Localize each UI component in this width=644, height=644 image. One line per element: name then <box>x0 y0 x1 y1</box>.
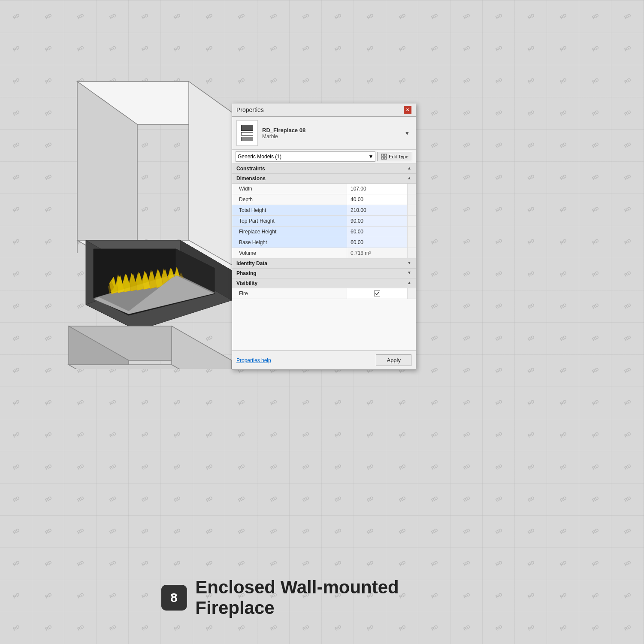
watermark-cell: RD <box>444 380 488 424</box>
watermark-cell: RD <box>348 26 392 70</box>
watermark-cell: RD <box>509 412 553 456</box>
watermark-cell: RD <box>605 477 644 520</box>
watermark-cell: RD <box>123 477 166 520</box>
component-name: RD_Fireplace 08 <box>262 127 399 133</box>
watermark-cell: RD <box>477 155 520 199</box>
svg-marker-28 <box>172 326 232 369</box>
selector-dropdown[interactable]: Generic Models (1) ▼ <box>236 151 375 162</box>
prop-value-fireplace-height[interactable]: 60.00 <box>347 227 407 237</box>
watermark-cell: RD <box>58 477 102 520</box>
watermark-cell: RD <box>123 605 166 644</box>
watermark-cell: RD <box>573 251 617 295</box>
prop-lock-fire <box>407 288 416 299</box>
prop-value-fire[interactable] <box>347 288 407 299</box>
watermark-cell: RD <box>58 541 102 585</box>
panel-title-bar: Properties × <box>232 103 416 117</box>
edit-type-button[interactable]: Edit Type <box>377 152 412 161</box>
prop-value-depth[interactable]: 40.00 <box>347 194 407 205</box>
watermark-cell: RD <box>412 509 456 553</box>
watermark-cell: RD <box>284 0 327 38</box>
close-button[interactable]: × <box>404 106 411 114</box>
property-row-volume: Volume 0.718 m³ <box>232 248 416 259</box>
section-label-identity-data: Identity Data <box>236 260 267 266</box>
properties-help-link[interactable]: Properties help <box>236 357 271 363</box>
watermark-cell: RD <box>477 573 520 617</box>
watermark-cell: RD <box>541 509 585 553</box>
watermark-cell: RD <box>26 380 70 424</box>
watermark-cell: RD <box>444 251 488 295</box>
watermark-cell: RD <box>0 573 38 617</box>
watermark-cell: RD <box>380 26 424 70</box>
prop-value-total-height[interactable]: 210.00 <box>347 205 407 215</box>
watermark-cell: RD <box>573 155 617 199</box>
prop-value-top-part-height[interactable]: 90.00 <box>347 216 407 226</box>
watermark-cell: RD <box>26 541 70 585</box>
watermark-cell: RD <box>444 509 488 553</box>
watermark-cell: RD <box>605 91 644 134</box>
label-text: Enclosed Wall-mounted Fireplace <box>195 577 483 618</box>
watermark-cell: RD <box>91 412 134 456</box>
property-row-fireplace-height: Fireplace Height 60.00 <box>232 227 416 237</box>
watermark-cell: RD <box>91 477 134 520</box>
watermark-cell: RD <box>412 316 456 360</box>
watermark-cell: RD <box>573 348 617 392</box>
watermark-cell: RD <box>251 380 295 424</box>
watermark-cell: RD <box>0 348 38 392</box>
watermark-cell: RD <box>573 26 617 70</box>
section-header-phasing[interactable]: Phasing ▼ <box>232 269 416 278</box>
watermark-cell: RD <box>219 0 263 38</box>
section-collapse-phasing: ▼ <box>407 270 411 275</box>
watermark-cell: RD <box>316 58 360 102</box>
watermark-cell: RD <box>155 380 199 424</box>
prop-lock-base-height <box>407 237 416 248</box>
watermark-cell: RD <box>0 316 38 360</box>
selector-value: Generic Models (1) <box>238 154 281 160</box>
watermark-cell: RD <box>348 509 392 553</box>
watermark-cell: RD <box>251 412 295 456</box>
edit-type-icon <box>381 154 387 160</box>
component-dropdown-arrow[interactable]: ▼ <box>403 130 411 136</box>
watermark-cell: RD <box>477 123 520 166</box>
prop-value-base-height[interactable]: 60.00 <box>347 237 407 248</box>
panel-bottom: Properties help Apply <box>232 351 416 369</box>
watermark-cell: RD <box>412 444 456 488</box>
watermark-cell: RD <box>605 219 644 263</box>
watermark-cell: RD <box>444 0 488 38</box>
section-header-constraints[interactable]: Constraints ▲ <box>232 164 416 174</box>
watermark-cell: RD <box>444 26 488 70</box>
watermark-cell: RD <box>123 573 166 617</box>
watermark-cell: RD <box>412 155 456 199</box>
watermark-cell: RD <box>541 284 585 327</box>
watermark-cell: RD <box>477 348 520 392</box>
watermark-cell: RD <box>541 348 585 392</box>
section-header-dimensions[interactable]: Dimensions ▲ <box>232 174 416 184</box>
watermark-cell: RD <box>573 444 617 488</box>
prop-value-width[interactable]: 107.00 <box>347 184 407 194</box>
section-header-identity-data[interactable]: Identity Data ▼ <box>232 259 416 269</box>
comp-icon-top <box>241 125 253 131</box>
watermark-cell: RD <box>412 284 456 327</box>
section-header-visibility[interactable]: Visibility ▲ <box>232 278 416 288</box>
watermark-cell: RD <box>284 412 327 456</box>
prop-label-volume: Volume <box>232 248 347 258</box>
watermark-cell: RD <box>380 444 424 488</box>
watermark-cell: RD <box>412 26 456 70</box>
watermark-cell: RD <box>0 284 38 327</box>
watermark-cell: RD <box>541 187 585 231</box>
watermark-cell: RD <box>573 58 617 102</box>
watermark-cell: RD <box>477 444 520 488</box>
watermark-cell: RD <box>605 155 644 199</box>
comp-icon-bot <box>241 137 253 141</box>
watermark-cell: RD <box>444 348 488 392</box>
svg-rect-33 <box>384 157 387 159</box>
prop-label-depth: Depth <box>232 194 347 205</box>
watermark-cell: RD <box>219 509 263 553</box>
edit-type-label: Edit Type <box>389 154 408 159</box>
watermark-cell: RD <box>380 509 424 553</box>
apply-button[interactable]: Apply <box>376 354 411 366</box>
fire-checkbox[interactable] <box>374 290 380 296</box>
watermark-cell: RD <box>316 477 360 520</box>
watermark-cell: RD <box>605 123 644 166</box>
panel-spacer <box>232 299 416 351</box>
watermark-cell: RD <box>155 477 199 520</box>
